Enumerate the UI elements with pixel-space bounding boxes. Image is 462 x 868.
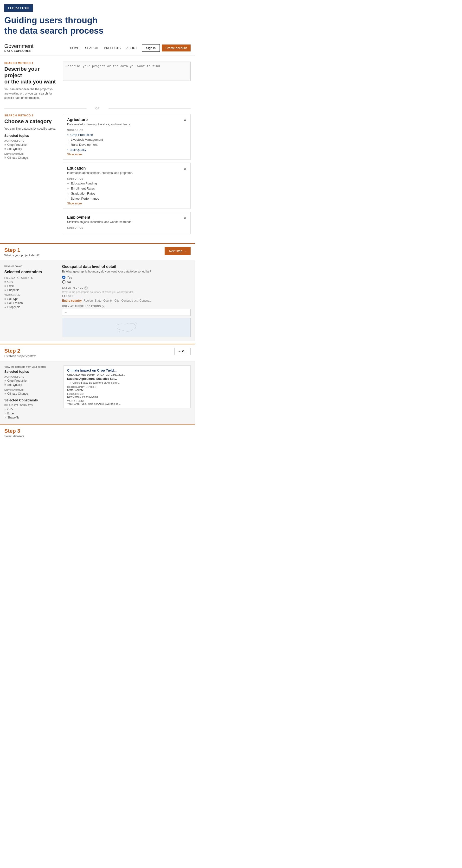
constraint-shapefile[interactable]: × Shapefile: [4, 288, 57, 292]
subtopic-enrollment[interactable]: + Enrollment Rates: [67, 187, 186, 190]
subtopic-livestock[interactable]: + Livestock Management: [67, 138, 186, 142]
category-card-employment: Employment Statistics on jobs, industrie…: [63, 212, 191, 234]
radio-no[interactable]: No: [62, 280, 191, 284]
search-method-2-title: Choose a category: [4, 118, 57, 125]
nav-projects[interactable]: PROJECTS: [104, 46, 120, 50]
subtopic-crop-production[interactable]: × Crop Production: [67, 133, 186, 136]
prev-step-button[interactable]: ← Pr...: [174, 348, 191, 355]
remove-soil-type-icon[interactable]: ×: [4, 298, 6, 301]
search-method-2-left: SEARCH METHOD 2 Choose a category You ca…: [4, 114, 57, 237]
selected-topics-section: Selected topics AGRICULTURE × Crop Produ…: [4, 134, 57, 159]
add-rural-icon[interactable]: +: [67, 143, 69, 147]
selected-topics-title: Selected topics: [4, 134, 57, 137]
remove-results-csv-icon[interactable]: ×: [4, 408, 6, 411]
subtopic-edu-funding[interactable]: + Education Funding: [67, 182, 186, 185]
education-chevron-up-icon[interactable]: ∧: [183, 166, 186, 171]
logo: Government DATA EXPLORER: [4, 43, 33, 53]
search-method-1-section: SEARCH METHOD 1 Describe your project or…: [4, 62, 191, 103]
education-show-more[interactable]: Show more: [67, 202, 186, 205]
location-input[interactable]: [62, 309, 191, 316]
step2-banner: Step 2 Establish project context ← Pr...: [0, 344, 195, 361]
results-formats-label: FILE/DATA FORMATS: [4, 404, 60, 407]
employment-subtopics-label: SUBTOPICS: [67, 226, 186, 229]
radio-yes-circle[interactable]: [62, 276, 65, 279]
remove-csv-icon[interactable]: ×: [4, 280, 6, 283]
results-crop-production[interactable]: × Crop Production: [4, 379, 60, 382]
dataset-source: National Agricultural Statistics Ser...: [67, 377, 187, 380]
create-account-button[interactable]: Create account: [162, 44, 191, 52]
remove-crop-production-icon[interactable]: ×: [4, 143, 6, 146]
step3-sub: Select datasets: [4, 435, 191, 438]
remove-results-crop-icon[interactable]: ×: [4, 379, 6, 382]
scale-census[interactable]: Census...: [139, 299, 152, 302]
subtopic-graduation[interactable]: + Graduation Rates: [67, 192, 186, 195]
constraint-crop-yield[interactable]: × Crop yield: [4, 305, 57, 309]
constraint-soil-erosion[interactable]: × Soil Erosion: [4, 301, 57, 305]
agriculture-chevron-up-icon[interactable]: ∧: [183, 118, 186, 122]
signin-button[interactable]: Sign in: [142, 44, 160, 52]
remove-climate-change-icon[interactable]: ×: [4, 156, 6, 159]
results-excel[interactable]: × Excel: [4, 412, 60, 415]
constraint-excel[interactable]: × Excel: [4, 284, 57, 288]
project-description-input[interactable]: [63, 62, 191, 81]
search-method-1-label: SEARCH METHOD 1: [4, 62, 57, 64]
search-method-1-title: Describe your project or the data you wa…: [4, 66, 57, 85]
next-step-button[interactable]: Next step →: [165, 247, 191, 255]
nav-home[interactable]: HOME: [70, 46, 79, 50]
scale-entire-country[interactable]: Entire country: [62, 299, 82, 302]
education-desc: Information about schools, students, and…: [67, 171, 133, 175]
topic-item-crop-production[interactable]: × Crop Production: [4, 143, 57, 147]
scale-county[interactable]: County: [103, 299, 112, 302]
category-card-agriculture: Agriculture Data related to farming, liv…: [63, 114, 191, 160]
remove-shapefile-icon[interactable]: ×: [4, 289, 6, 291]
add-livestock-icon[interactable]: +: [67, 138, 69, 142]
subtopic-school-perf[interactable]: + School Performance: [67, 197, 186, 200]
employment-name: Employment: [67, 215, 132, 220]
add-enrollment-icon[interactable]: +: [67, 187, 69, 190]
agriculture-card-header: Agriculture Data related to farming, liv…: [67, 118, 186, 126]
step2-label: Step 2: [4, 348, 36, 354]
scale-census-tract[interactable]: Census tract: [121, 299, 137, 302]
remove-results-soil-icon[interactable]: ×: [4, 383, 6, 386]
remove-results-excel-icon[interactable]: ×: [4, 412, 6, 415]
category-card-education: Education Information about schools, stu…: [63, 163, 191, 209]
remove-crop-yield-icon[interactable]: ×: [4, 306, 6, 309]
deselect-soil-quality-icon[interactable]: ×: [67, 148, 68, 151]
dataset-name[interactable]: Climate Impact on Crop Yield...: [67, 368, 187, 372]
add-graduation-icon[interactable]: +: [67, 192, 69, 195]
geo-desc: By what geographic boundary do you want …: [62, 270, 191, 273]
radio-yes[interactable]: Yes: [62, 276, 191, 279]
nav-search[interactable]: SEARCH: [85, 46, 98, 50]
step1-sub: What is your project about?: [4, 254, 39, 257]
remove-results-climate-icon[interactable]: ×: [4, 392, 6, 395]
subtopic-rural[interactable]: + Rural Development: [67, 143, 186, 147]
or-divider: OR: [4, 107, 191, 110]
nav-about[interactable]: ABOUT: [126, 46, 137, 50]
deselect-crop-production-icon[interactable]: ×: [67, 133, 68, 136]
radio-no-circle[interactable]: [62, 280, 65, 284]
results-csv[interactable]: × CSV: [4, 408, 60, 411]
add-edu-funding-icon[interactable]: +: [67, 182, 69, 185]
topic-item-soil-quality[interactable]: × Soil Quality: [4, 147, 57, 151]
subtopic-soil-quality[interactable]: × Soil Quality: [67, 148, 186, 152]
topic-item-climate-change[interactable]: × Climate Change: [4, 156, 57, 159]
remove-excel-icon[interactable]: ×: [4, 284, 6, 287]
remove-soil-quality-icon[interactable]: ×: [4, 148, 6, 150]
results-constraints-title: Selected Constraints: [4, 398, 60, 402]
constraint-soil-type[interactable]: × Soil type: [4, 297, 57, 301]
step1-banner: Step 1 What is your project about? Next …: [0, 243, 195, 260]
add-school-perf-icon[interactable]: +: [67, 197, 69, 200]
results-soil-quality[interactable]: × Soil Quality: [4, 383, 60, 386]
constraint-csv[interactable]: × CSV: [4, 280, 57, 284]
scale-city[interactable]: City: [114, 299, 119, 302]
remove-results-shapefile-icon[interactable]: ×: [4, 416, 6, 419]
remove-soil-erosion-icon[interactable]: ×: [4, 302, 6, 305]
scale-state[interactable]: State: [94, 299, 101, 302]
employment-chevron-up-icon[interactable]: ∧: [183, 215, 186, 220]
constraints-left-col: have or cover. Selected constraints FILE…: [4, 265, 57, 337]
only-at-question-icon: ?: [102, 305, 106, 308]
results-shapefile[interactable]: × Shapefile: [4, 416, 60, 419]
scale-region[interactable]: Region: [84, 299, 93, 302]
agriculture-show-more[interactable]: Show more: [67, 153, 186, 156]
results-climate-change[interactable]: × Climate Change: [4, 392, 60, 395]
